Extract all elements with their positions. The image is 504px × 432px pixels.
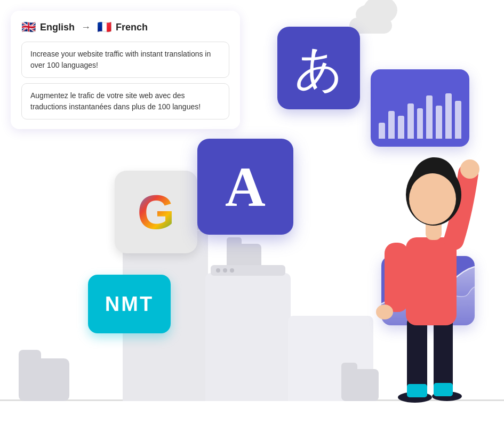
dots-row xyxy=(211,265,285,276)
svg-point-9 xyxy=(376,305,393,319)
svg-rect-6 xyxy=(406,237,457,325)
source-text-box: Increase your website traffic with insta… xyxy=(21,42,229,78)
svg-point-12 xyxy=(409,173,456,225)
google-card: G xyxy=(115,171,197,253)
person-illustration xyxy=(370,131,482,403)
language-row: 🇬🇧 English → 🇫🇷 French xyxy=(21,20,229,34)
nmt-card: NMT xyxy=(88,275,171,333)
svg-rect-7 xyxy=(385,243,409,312)
translate-a-card: A xyxy=(197,139,293,235)
main-scene: 🇬🇧 English → 🇫🇷 French Increase your web… xyxy=(0,0,504,432)
folder-left xyxy=(19,358,69,401)
svg-rect-5 xyxy=(434,383,453,396)
translation-card: 🇬🇧 English → 🇫🇷 French Increase your web… xyxy=(11,11,240,129)
step-2 xyxy=(205,273,291,401)
google-g-letter: G xyxy=(137,188,174,236)
target-flag: 🇫🇷 xyxy=(97,20,111,34)
japanese-char-card: あ xyxy=(277,27,360,109)
direction-arrow: → xyxy=(81,22,91,33)
translate-a-letter: A xyxy=(225,159,266,215)
folder-right-tab xyxy=(341,363,357,370)
japanese-character: あ xyxy=(294,44,343,92)
folder-left-tab xyxy=(19,350,41,359)
svg-point-8 xyxy=(460,159,479,179)
small-folder-tab xyxy=(227,237,242,244)
source-flag: 🇬🇧 xyxy=(21,20,36,34)
nmt-label: NMT xyxy=(105,293,154,316)
target-language: French xyxy=(116,22,148,33)
svg-rect-4 xyxy=(407,384,427,397)
translated-text-box: Augmentez le trafic de votre site web av… xyxy=(21,83,229,119)
source-language: English xyxy=(40,22,75,33)
folder-left-body xyxy=(19,358,69,401)
